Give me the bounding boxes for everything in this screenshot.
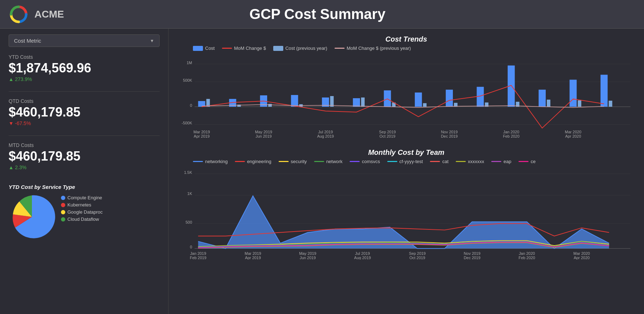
team-x-sep19: Sep 2019	[409, 251, 426, 256]
cost-prev-bar-icon	[273, 46, 283, 51]
eap-label: eap	[503, 159, 511, 164]
body-layout: Cost Metric ▼ YTD Costs $1,874,569.96 ▲ …	[0, 29, 644, 314]
x-label-sep19: Sep 2019	[379, 130, 396, 134]
ytd-costs-section: YTD Costs $1,874,569.96 ▲ 273.9%	[9, 54, 160, 82]
eap-line-icon	[491, 161, 501, 162]
engineering-label: engineering	[247, 159, 271, 164]
cat-label: cat	[442, 159, 448, 164]
x-label-may19: May 2019	[255, 130, 272, 134]
dataflow-label: Cloud Dataflow	[67, 217, 99, 222]
ytd-service-content: Compute Engine Kubernetes Google Datapro…	[9, 194, 160, 240]
team-x-oct19: Oct 2019	[409, 256, 425, 260]
network-label: network	[326, 159, 343, 164]
legend-ce: ce	[518, 159, 536, 164]
cost-metric-filter[interactable]: Cost Metric ▼	[9, 34, 160, 47]
cost-trends-svg: 1M 500K 0 -500K	[179, 53, 634, 139]
bar-curr-12	[539, 90, 546, 107]
xxxxxxx-line-icon	[456, 161, 466, 162]
team-x-dec19: Dec 2019	[464, 256, 480, 260]
dataproc-dot	[61, 210, 65, 214]
mtd-costs-label: MTD Costs	[9, 142, 160, 148]
xxxxxxx-label: xxxxxxx	[468, 159, 484, 164]
y-label-neg500k: -500K	[182, 121, 193, 125]
team-x-jul19: Jul 2019	[355, 251, 370, 256]
x-label-apr20: Apr 2020	[565, 134, 581, 138]
sidebar: Cost Metric ▼ YTD Costs $1,874,569.96 ▲ …	[0, 29, 169, 314]
cost-trends-chart-area: 1M 500K 0 -500K	[179, 53, 634, 139]
chevron-down-icon: ▼	[150, 38, 154, 43]
mom-label: MoM Change $	[234, 46, 266, 51]
mom-line-icon	[222, 48, 232, 49]
x-label-jun19: Jun 2019	[256, 134, 272, 138]
bar-prev-14	[609, 101, 612, 107]
kubernetes-label: Kubernetes	[67, 202, 91, 208]
cf-yyyy-test-line-icon	[387, 161, 397, 162]
bar-curr-4	[291, 95, 298, 107]
team-x-jun19: Jun 2019	[300, 256, 316, 260]
y-label-0-team: 0	[190, 245, 192, 249]
legend-cost-prev: Cost (previous year)	[273, 46, 327, 51]
qtd-costs-section: QTD Costs $460,179.85 ▼ -67.5%	[9, 98, 160, 126]
team-x-jan19: Jan 2019	[190, 251, 206, 256]
bar-prev-5	[330, 96, 334, 107]
compute-engine-dot	[61, 196, 65, 200]
mtd-costs-section: MTD Costs $460,179.85 ▲ 2.3%	[9, 142, 160, 170]
cost-trends-legend: Cost MoM Change $ Cost (previous year) M…	[179, 46, 634, 51]
ytd-service-section: YTD Cost by Service Type	[9, 184, 160, 240]
team-x-mar19: Mar 2019	[245, 251, 261, 256]
networking-area	[198, 196, 609, 248]
team-x-may19: May 2019	[299, 251, 316, 256]
gcp-logo	[9, 4, 29, 24]
mtd-costs-change: ▲ 2.3%	[9, 165, 160, 170]
cf-yyyy-test-label: cf-yyyy-test	[399, 159, 423, 164]
y-label-1k: 1K	[187, 191, 192, 196]
ytd-costs-value: $1,874,569.96	[9, 61, 160, 76]
divider-1	[9, 91, 160, 92]
networking-line-icon	[193, 161, 203, 162]
team-chart-svg: 1.5K 1K 500 0	[179, 166, 634, 260]
bar-prev-6	[361, 97, 365, 107]
team-x-aug19: Aug 2019	[354, 256, 371, 260]
compute-engine-label: Compute Engine	[67, 195, 102, 200]
x-label-jan20: Jan 2020	[503, 130, 519, 134]
pie-legend: Compute Engine Kubernetes Google Datapro…	[61, 195, 103, 222]
legend-eap: eap	[491, 159, 511, 164]
y-label-15k: 1.5K	[184, 170, 192, 175]
team-x-mar20: Mar 2020	[573, 251, 590, 256]
team-chart-area: 1.5K 1K 500 0	[179, 166, 634, 260]
x-label-jul19: Jul 2019	[318, 130, 333, 134]
team-x-nov19: Nov 2019	[464, 251, 480, 256]
filter-label: Cost Metric	[14, 38, 41, 44]
bar-prev-3	[268, 104, 272, 107]
divider-2	[9, 135, 160, 136]
x-label-mar20: Mar 2020	[565, 130, 581, 134]
pie-chart	[9, 194, 55, 240]
dataproc-label: Google Dataproc	[67, 209, 103, 215]
team-x-apr19: Apr 2019	[245, 256, 261, 260]
legend-cost: Cost	[193, 46, 215, 51]
legend-comsvcs: comsvcs	[350, 159, 380, 164]
cost-prev-label: Cost (previous year)	[285, 46, 327, 51]
bar-prev-12	[547, 100, 550, 107]
x-label-oct19: Oct 2019	[379, 134, 395, 138]
bar-curr-13	[569, 80, 577, 106]
x-label-nov19: Nov 2019	[441, 130, 458, 134]
cat-line-icon	[430, 161, 440, 162]
qtd-costs-value: $460,179.85	[9, 105, 160, 120]
team-x-jan20: Jan 2020	[519, 251, 535, 256]
x-label-aug19: Aug 2019	[317, 134, 334, 138]
x-label-mar19: Mar 2019	[193, 130, 210, 134]
cost-label: Cost	[205, 46, 215, 51]
cost-bar-icon	[193, 46, 203, 51]
brand-name: ACME	[34, 9, 64, 20]
team-x-feb20: Feb 2020	[518, 256, 535, 260]
bar-curr-8	[415, 92, 422, 107]
kubernetes-dot	[61, 203, 65, 207]
network-line-icon	[314, 161, 324, 162]
legend-networking: networking	[193, 159, 228, 164]
y-label-0: 0	[190, 103, 192, 108]
legend-kubernetes: Kubernetes	[61, 202, 103, 208]
ce-label: ce	[531, 159, 536, 164]
dataflow-dot	[61, 217, 65, 222]
legend-mom-prev: MoM Change $ (previous year)	[335, 46, 411, 51]
